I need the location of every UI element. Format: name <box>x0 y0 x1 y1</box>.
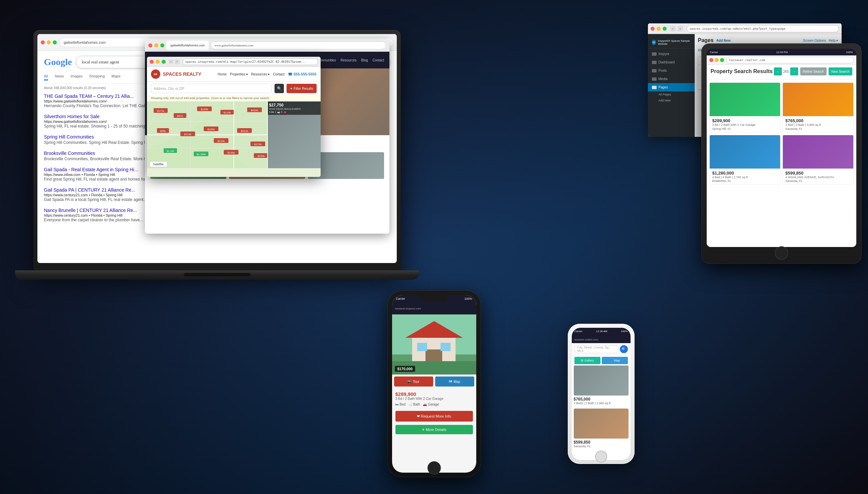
spec-garage: 🚗 Garage <box>423 402 439 406</box>
nav-blog[interactable]: Blog <box>361 58 368 62</box>
wp-menu-pages[interactable]: Pages <box>648 83 695 92</box>
tablet-listing-img-1 <box>710 83 780 116</box>
pw-listing-1: $765,000 3 Beds | 2 Bath | 2,965 sq ft <box>572 365 630 407</box>
phone-site-url: taxsaver.inspirex.com <box>395 307 421 310</box>
pw-search-input[interactable]: City, Street, County, Zip, MLS <box>574 345 618 353</box>
tab-shopping[interactable]: Shopping <box>89 74 105 80</box>
wp-close[interactable] <box>651 27 654 31</box>
map-nav-resources[interactable]: Resources ▾ <box>251 72 270 76</box>
browser-tab[interactable]: gailsellsfloridahomes.com <box>166 41 209 50</box>
browser-url-text: www.gailsellsfloridahomes.com <box>215 44 253 47</box>
wp-menu-inspyre[interactable]: Inspyre <box>648 50 695 58</box>
next-page-button[interactable]: → <box>790 68 798 75</box>
phone-property-main-image: $170,000 <box>392 315 476 375</box>
tablet-addr-4: 4 HIGHLAND AVENUE, SARASOTA <box>786 175 851 179</box>
wp-menu-media[interactable]: Media <box>648 75 695 83</box>
tour-button[interactable]: 📷 Tour <box>394 377 433 386</box>
wp-maximize[interactable] <box>663 27 667 31</box>
tab-minimize[interactable] <box>715 58 719 62</box>
tab-close[interactable] <box>709 58 713 62</box>
tablet-page-title: Property Search Results <box>711 69 773 74</box>
map-nav-properties[interactable]: Properties ▾ <box>230 72 248 76</box>
maximize-button[interactable] <box>53 40 57 44</box>
phone-home-button[interactable] <box>427 461 441 475</box>
google-logo: Google <box>44 57 72 68</box>
svg-text:$67k: $67k <box>177 114 183 117</box>
refine-search-button[interactable]: Refine Search <box>800 68 827 75</box>
results-count-bar: Showing only 100 out of 449 total proper… <box>147 95 320 101</box>
map-view-button[interactable]: 📍 Map <box>602 357 628 364</box>
screen-options-button[interactable]: Screen Options <box>803 39 826 42</box>
pw-search-button[interactable]: 🔍 <box>620 345 628 353</box>
map-search-button[interactable]: 🔍 <box>275 84 284 93</box>
white-phone-device: Carrier 12:36 AM 100% taxsaver.realtor.c… <box>568 324 634 464</box>
back-button[interactable]: ← <box>670 26 676 31</box>
help-button[interactable]: Help ▾ <box>829 39 838 42</box>
map-view-icon: 📍 <box>610 359 613 362</box>
media-icon <box>652 77 657 81</box>
map-minimize[interactable] <box>155 60 160 64</box>
browser-close[interactable] <box>148 43 152 48</box>
map-browser-chrome: ← → spaces.inspyredx.com/mls-map/?origin… <box>147 57 320 67</box>
browser-minimize[interactable] <box>154 43 158 48</box>
tablet-device: Carrier 12:49 PM 100% taxsaver.realtor.c… <box>701 43 862 264</box>
filter-results-button[interactable]: ✦ Filter Results <box>287 84 316 93</box>
map-nav-home[interactable]: Home <box>218 72 227 76</box>
wp-address-bar[interactable]: spaces.inspyredx.com/wp-admin/edit.php?p… <box>687 25 839 32</box>
tablet-property-header: Property Search Results ← 265 → Refine S… <box>707 65 856 80</box>
bed-icon: 🛏 <box>395 402 399 406</box>
map-content-area: SR SPACES REALTY Home Properties ▾ Resou… <box>147 67 320 177</box>
more-details-button[interactable]: ✦ More Details <box>395 425 473 434</box>
browser-traffic-lights <box>148 43 164 48</box>
tablet-beds-4: Sarasota, FL <box>786 179 851 183</box>
wp-all-pages[interactable]: All Pages <box>654 92 695 97</box>
tablet-beds-3: Bradenton, FL <box>713 179 777 183</box>
minimize-button[interactable] <box>47 40 51 44</box>
map-button[interactable]: 🗺 Map <box>435 377 474 386</box>
nav-resources[interactable]: Resources <box>341 58 357 62</box>
map-back-btn[interactable]: ← <box>169 59 173 64</box>
wp-menu-dashboard[interactable]: Dashboard <box>648 58 695 66</box>
map-address-bar[interactable]: spaces.inspyredx.com/mls-map/?origin=27.… <box>182 58 318 65</box>
forward-button[interactable]: → <box>678 26 683 31</box>
tab-all[interactable]: All <box>44 74 48 80</box>
wp-menu-posts[interactable]: Posts <box>648 66 695 75</box>
tablet-home-button[interactable] <box>775 246 788 260</box>
tablet-listing-info-1: $289,900 3 Bd / 2 Bath With 2 Car Garage… <box>710 116 780 133</box>
wp-add-new-page[interactable]: Add New <box>654 97 695 103</box>
wp-add-new-link[interactable]: Add New <box>716 39 731 42</box>
tablet-listing-info-4: $599,850 4 HIGHLAND AVENUE, SARASOTA Sar… <box>783 169 853 185</box>
white-phone-home-button[interactable] <box>595 451 607 463</box>
map-close[interactable] <box>150 60 154 64</box>
wp-sidebar: W InspyreDX Spaces Sample Website Inspyr… <box>648 34 695 137</box>
map-view[interactable]: $171k $67k $235k $119k $432k $395k $220k… <box>147 101 320 168</box>
map-search-input[interactable]: Address, City, or ZIP <box>151 84 272 93</box>
gallery-view-button[interactable]: ⊞ Gallery <box>574 357 601 364</box>
bed-label: Bed <box>400 402 406 406</box>
svg-text:$185k: $185k <box>207 128 215 131</box>
request-info-button[interactable]: ❤ Request More Info <box>395 411 473 422</box>
nav-contact[interactable]: Contact <box>373 58 384 62</box>
new-search-button[interactable]: New Search <box>829 68 852 75</box>
tablet-listing-img-2 <box>783 83 853 116</box>
map-fwd-btn[interactable]: → <box>175 59 179 64</box>
svg-rect-63 <box>417 343 427 351</box>
wp-pages-title: Pages Add New <box>698 37 731 43</box>
tab-images[interactable]: Images <box>71 74 82 80</box>
tablet-address-bar[interactable]: taxsaver.realtor.com <box>726 57 854 63</box>
wp-minimize[interactable] <box>657 27 661 31</box>
browser-address-bar[interactable]: www.gailsellsfloridahomes.com <box>211 41 386 50</box>
svg-text:$149k: $149k <box>227 151 235 154</box>
tablet-listing-2: $765,000 3 Bed | 3 Bath | 3,965 sq ft Sa… <box>782 82 854 133</box>
browser-maximize[interactable] <box>160 43 164 48</box>
prev-page-button[interactable]: ← <box>774 68 782 75</box>
wp-pages-submenu: All Pages Add New <box>648 92 695 103</box>
tab-news[interactable]: News <box>55 74 64 80</box>
tablet-listing-info-2: $765,000 3 Bed | 3 Bath | 3,965 sq ft Sa… <box>783 116 853 133</box>
close-button[interactable] <box>41 40 45 44</box>
svg-text:$210k: $210k <box>217 139 225 142</box>
tab-maximize[interactable] <box>720 58 724 62</box>
tab-maps[interactable]: Maps <box>112 74 121 80</box>
map-maximize[interactable] <box>162 60 166 64</box>
map-nav-contact[interactable]: Contact <box>273 72 284 76</box>
